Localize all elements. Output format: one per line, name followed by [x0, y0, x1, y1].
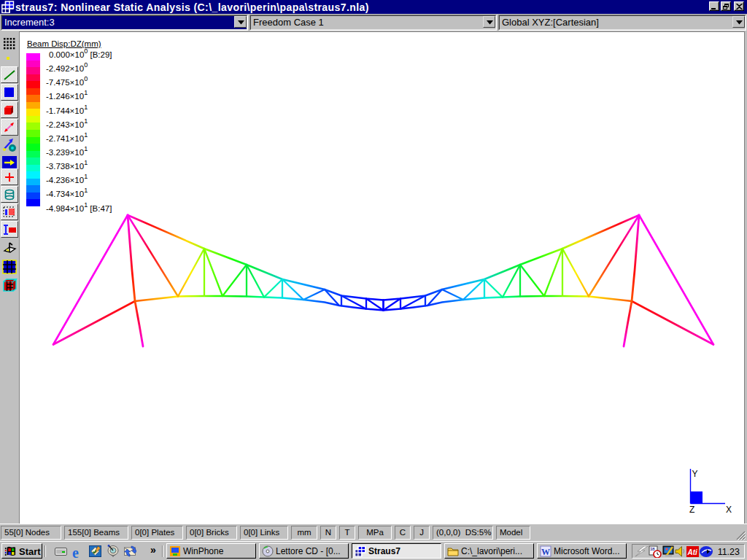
svg-text:38: 38	[650, 547, 655, 551]
svg-text:Ati: Ati	[687, 548, 698, 556]
svg-text:W: W	[541, 547, 550, 557]
